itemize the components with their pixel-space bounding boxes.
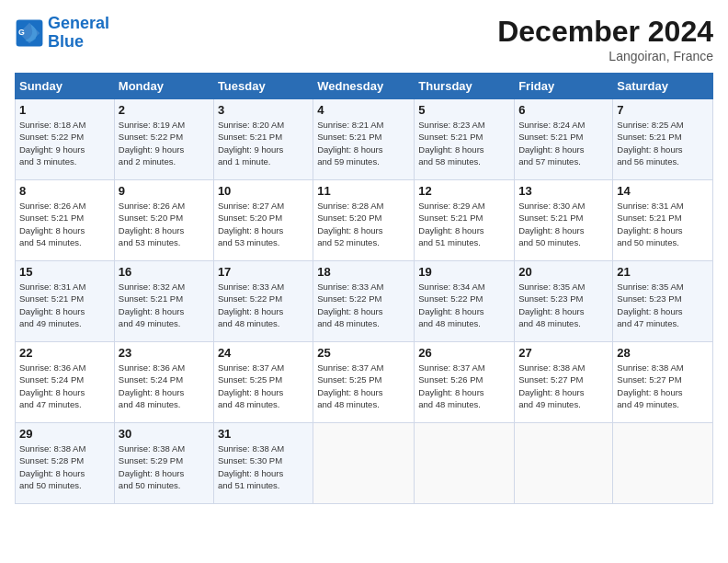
day-info: Sunrise: 8:26 AM Sunset: 5:21 PM Dayligh… [19, 200, 110, 248]
col-tuesday: Tuesday [213, 74, 313, 99]
day-info: Sunrise: 8:24 AM Sunset: 5:21 PM Dayligh… [518, 119, 609, 167]
day-number: 10 [218, 184, 309, 198]
logo-icon: G [15, 18, 44, 48]
logo: G General Blue [15, 15, 109, 52]
calendar-cell: 2Sunrise: 8:19 AM Sunset: 5:22 PM Daylig… [114, 99, 213, 180]
day-info: Sunrise: 8:19 AM Sunset: 5:22 PM Dayligh… [119, 119, 210, 167]
location: Langoiran, France [497, 49, 713, 63]
day-number: 11 [317, 184, 410, 198]
day-number: 29 [19, 427, 110, 441]
calendar-cell: 12Sunrise: 8:29 AM Sunset: 5:21 PM Dayli… [415, 180, 515, 261]
day-info: Sunrise: 8:36 AM Sunset: 5:24 PM Dayligh… [119, 362, 210, 410]
calendar-cell: 3Sunrise: 8:20 AM Sunset: 5:21 PM Daylig… [213, 99, 313, 180]
col-wednesday: Wednesday [313, 74, 415, 99]
calendar-body: 1Sunrise: 8:18 AM Sunset: 5:22 PM Daylig… [16, 99, 713, 504]
day-number: 4 [317, 103, 410, 117]
day-number: 28 [617, 346, 709, 360]
day-info: Sunrise: 8:25 AM Sunset: 5:21 PM Dayligh… [617, 119, 709, 167]
day-info: Sunrise: 8:27 AM Sunset: 5:20 PM Dayligh… [218, 200, 309, 248]
calendar-cell: 8Sunrise: 8:26 AM Sunset: 5:21 PM Daylig… [16, 180, 115, 261]
day-info: Sunrise: 8:31 AM Sunset: 5:21 PM Dayligh… [617, 200, 709, 248]
day-number: 21 [617, 265, 709, 279]
day-info: Sunrise: 8:38 AM Sunset: 5:27 PM Dayligh… [518, 362, 609, 410]
day-number: 7 [617, 103, 709, 117]
col-sunday: Sunday [16, 74, 115, 99]
day-info: Sunrise: 8:35 AM Sunset: 5:23 PM Dayligh… [617, 281, 709, 329]
day-info: Sunrise: 8:38 AM Sunset: 5:28 PM Dayligh… [19, 442, 110, 491]
day-info: Sunrise: 8:30 AM Sunset: 5:21 PM Dayligh… [518, 200, 609, 248]
calendar-cell: 10Sunrise: 8:27 AM Sunset: 5:20 PM Dayli… [213, 180, 313, 261]
calendar-week-4: 22Sunrise: 8:36 AM Sunset: 5:24 PM Dayli… [16, 342, 713, 423]
calendar-cell: 25Sunrise: 8:37 AM Sunset: 5:25 PM Dayli… [313, 342, 415, 423]
day-number: 13 [518, 184, 609, 198]
calendar-cell [515, 423, 613, 504]
calendar-cell: 9Sunrise: 8:26 AM Sunset: 5:20 PM Daylig… [114, 180, 213, 261]
calendar-cell: 17Sunrise: 8:33 AM Sunset: 5:22 PM Dayli… [213, 261, 313, 342]
day-number: 5 [418, 103, 510, 117]
day-info: Sunrise: 8:38 AM Sunset: 5:30 PM Dayligh… [218, 442, 309, 491]
day-info: Sunrise: 8:38 AM Sunset: 5:27 PM Dayligh… [617, 362, 709, 410]
logo-line1: General [48, 14, 109, 32]
day-info: Sunrise: 8:26 AM Sunset: 5:20 PM Dayligh… [119, 200, 210, 248]
calendar-cell: 27Sunrise: 8:38 AM Sunset: 5:27 PM Dayli… [515, 342, 613, 423]
day-info: Sunrise: 8:32 AM Sunset: 5:21 PM Dayligh… [119, 281, 210, 329]
logo-line2: Blue [48, 32, 84, 51]
calendar-header: Sunday Monday Tuesday Wednesday Thursday… [16, 74, 713, 99]
calendar-cell: 11Sunrise: 8:28 AM Sunset: 5:20 PM Dayli… [313, 180, 415, 261]
calendar-cell: 6Sunrise: 8:24 AM Sunset: 5:21 PM Daylig… [515, 99, 613, 180]
day-number: 14 [617, 184, 709, 198]
day-info: Sunrise: 8:29 AM Sunset: 5:21 PM Dayligh… [418, 200, 510, 248]
col-friday: Friday [515, 74, 613, 99]
day-number: 15 [19, 265, 110, 279]
page-header: G General Blue December 2024 Langoiran, … [15, 15, 713, 63]
calendar-cell [313, 423, 415, 504]
title-area: December 2024 Langoiran, France [497, 15, 713, 63]
calendar-cell: 31Sunrise: 8:38 AM Sunset: 5:30 PM Dayli… [213, 423, 313, 504]
calendar-cell: 22Sunrise: 8:36 AM Sunset: 5:24 PM Dayli… [16, 342, 115, 423]
col-thursday: Thursday [415, 74, 515, 99]
calendar-week-3: 15Sunrise: 8:31 AM Sunset: 5:21 PM Dayli… [16, 261, 713, 342]
calendar-cell: 21Sunrise: 8:35 AM Sunset: 5:23 PM Dayli… [613, 261, 713, 342]
day-info: Sunrise: 8:37 AM Sunset: 5:26 PM Dayligh… [418, 362, 510, 410]
day-number: 20 [518, 265, 609, 279]
day-info: Sunrise: 8:33 AM Sunset: 5:22 PM Dayligh… [317, 281, 410, 329]
day-number: 25 [317, 346, 410, 360]
calendar-cell: 15Sunrise: 8:31 AM Sunset: 5:21 PM Dayli… [16, 261, 115, 342]
header-row: Sunday Monday Tuesday Wednesday Thursday… [16, 74, 713, 99]
calendar-cell: 30Sunrise: 8:38 AM Sunset: 5:29 PM Dayli… [114, 423, 213, 504]
day-number: 8 [19, 184, 110, 198]
day-info: Sunrise: 8:38 AM Sunset: 5:29 PM Dayligh… [119, 442, 210, 491]
calendar-table: Sunday Monday Tuesday Wednesday Thursday… [15, 73, 713, 504]
day-number: 24 [218, 346, 309, 360]
calendar-cell: 28Sunrise: 8:38 AM Sunset: 5:27 PM Dayli… [613, 342, 713, 423]
day-number: 9 [119, 184, 210, 198]
calendar-cell: 7Sunrise: 8:25 AM Sunset: 5:21 PM Daylig… [613, 99, 713, 180]
day-number: 26 [418, 346, 510, 360]
col-monday: Monday [114, 74, 213, 99]
day-number: 16 [119, 265, 210, 279]
calendar-cell [613, 423, 713, 504]
day-number: 2 [119, 103, 210, 117]
day-number: 1 [19, 103, 110, 117]
calendar-cell: 26Sunrise: 8:37 AM Sunset: 5:26 PM Dayli… [415, 342, 515, 423]
day-number: 30 [119, 427, 210, 441]
day-number: 27 [518, 346, 609, 360]
day-info: Sunrise: 8:31 AM Sunset: 5:21 PM Dayligh… [19, 281, 110, 329]
day-number: 18 [317, 265, 410, 279]
calendar-cell: 13Sunrise: 8:30 AM Sunset: 5:21 PM Dayli… [515, 180, 613, 261]
logo-text: General Blue [48, 15, 109, 52]
calendar-cell: 5Sunrise: 8:23 AM Sunset: 5:21 PM Daylig… [415, 99, 515, 180]
calendar-cell: 14Sunrise: 8:31 AM Sunset: 5:21 PM Dayli… [613, 180, 713, 261]
day-info: Sunrise: 8:23 AM Sunset: 5:21 PM Dayligh… [418, 119, 510, 167]
calendar-cell: 29Sunrise: 8:38 AM Sunset: 5:28 PM Dayli… [16, 423, 115, 504]
calendar-cell: 18Sunrise: 8:33 AM Sunset: 5:22 PM Dayli… [313, 261, 415, 342]
calendar-cell: 1Sunrise: 8:18 AM Sunset: 5:22 PM Daylig… [16, 99, 115, 180]
day-info: Sunrise: 8:28 AM Sunset: 5:20 PM Dayligh… [317, 200, 410, 248]
calendar-week-2: 8Sunrise: 8:26 AM Sunset: 5:21 PM Daylig… [16, 180, 713, 261]
calendar-week-5: 29Sunrise: 8:38 AM Sunset: 5:28 PM Dayli… [16, 423, 713, 504]
month-title: December 2024 [497, 15, 713, 49]
calendar-cell: 20Sunrise: 8:35 AM Sunset: 5:23 PM Dayli… [515, 261, 613, 342]
day-number: 17 [218, 265, 309, 279]
day-info: Sunrise: 8:34 AM Sunset: 5:22 PM Dayligh… [418, 281, 510, 329]
calendar-cell: 19Sunrise: 8:34 AM Sunset: 5:22 PM Dayli… [415, 261, 515, 342]
